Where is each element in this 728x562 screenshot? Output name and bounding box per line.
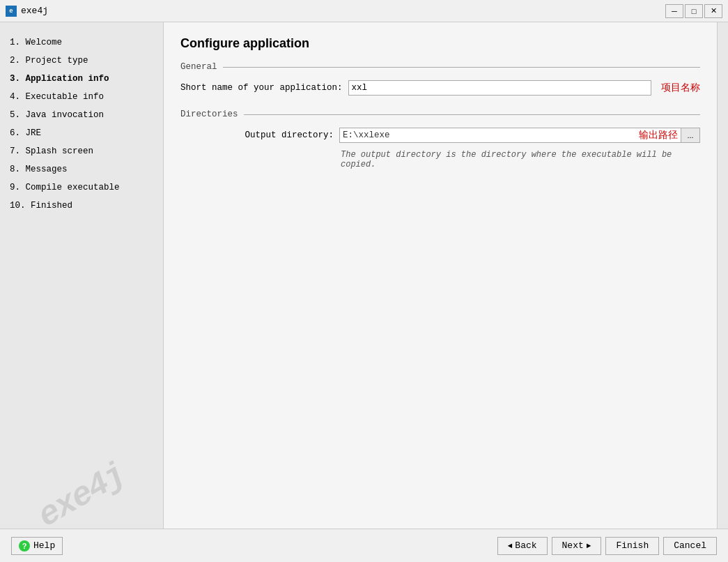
short-name-input[interactable] <box>348 80 651 96</box>
next-icon: ► <box>587 542 591 550</box>
sidebar: 1. Welcome 2. Project type 3. Applicatio… <box>0 22 164 529</box>
short-name-annotation: 项目名称 <box>661 82 700 94</box>
next-button[interactable]: Next ► <box>552 537 602 555</box>
directories-section-header: Directories <box>180 109 700 119</box>
output-dir-hint: The output directory is the directory wh… <box>341 150 700 169</box>
general-section: General Short name of your application: … <box>180 62 700 96</box>
window-title: exe4j <box>21 6 48 16</box>
output-dir-annotation: 输出路径 <box>636 128 681 143</box>
sidebar-watermark: exe4j <box>31 456 131 536</box>
short-name-label: Short name of your application: <box>180 83 343 93</box>
back-icon: ◄ <box>508 542 513 550</box>
sidebar-item-compile-executable[interactable]: 9. Compile executable <box>7 179 156 197</box>
output-dir-input[interactable] <box>339 128 636 143</box>
sidebar-item-messages[interactable]: 8. Messages <box>7 160 156 179</box>
content-area: Configure application General Short name… <box>164 22 717 529</box>
cancel-button[interactable]: Cancel <box>663 537 717 555</box>
sidebar-item-java-invocation[interactable]: 5. Java invocation <box>7 106 156 124</box>
sidebar-item-project-type[interactable]: 2. Project type <box>7 52 156 70</box>
help-icon: ? <box>19 540 30 552</box>
directories-section: Directories Output directory: 输出路径 ... T… <box>180 109 700 169</box>
bottom-left: ? Help <box>11 537 63 555</box>
sidebar-item-jre[interactable]: 6. JRE <box>7 124 156 142</box>
sidebar-item-executable-info[interactable]: 4. Executable info <box>7 88 156 106</box>
maximize-button[interactable]: □ <box>685 4 703 18</box>
output-dir-label: Output directory: <box>180 130 334 140</box>
title-bar: e exe4j ─ □ ✕ <box>0 0 728 22</box>
short-name-row: Short name of your application: 项目名称 <box>180 80 700 96</box>
output-dir-row: Output directory: 输出路径 ... <box>180 128 700 143</box>
bottom-bar: ? Help ◄ Back Next ► Finish Cancel <box>0 529 728 562</box>
back-button[interactable]: ◄ Back <box>497 537 548 555</box>
page-title: Configure application <box>180 36 700 51</box>
sidebar-item-application-info[interactable]: 3. Application info <box>7 70 156 88</box>
window-controls: ─ □ ✕ <box>665 4 722 18</box>
output-dir-field-group: 输出路径 ... <box>339 128 700 143</box>
sidebar-item-finished[interactable]: 10. Finished <box>7 197 156 215</box>
app-icon: e <box>6 6 17 17</box>
sidebar-item-welcome[interactable]: 1. Welcome <box>7 33 156 52</box>
browse-button[interactable]: ... <box>681 128 700 143</box>
scrollbar[interactable] <box>717 22 728 529</box>
help-button[interactable]: ? Help <box>11 537 63 555</box>
close-button[interactable]: ✕ <box>704 4 722 18</box>
general-section-header: General <box>180 62 700 72</box>
sidebar-item-splash-screen[interactable]: 7. Splash screen <box>7 142 156 160</box>
minimize-button[interactable]: ─ <box>665 4 683 18</box>
title-bar-left: e exe4j <box>6 6 48 17</box>
main-container: 1. Welcome 2. Project type 3. Applicatio… <box>0 22 728 529</box>
finish-button[interactable]: Finish <box>605 537 659 555</box>
bottom-right: ◄ Back Next ► Finish Cancel <box>497 537 717 555</box>
